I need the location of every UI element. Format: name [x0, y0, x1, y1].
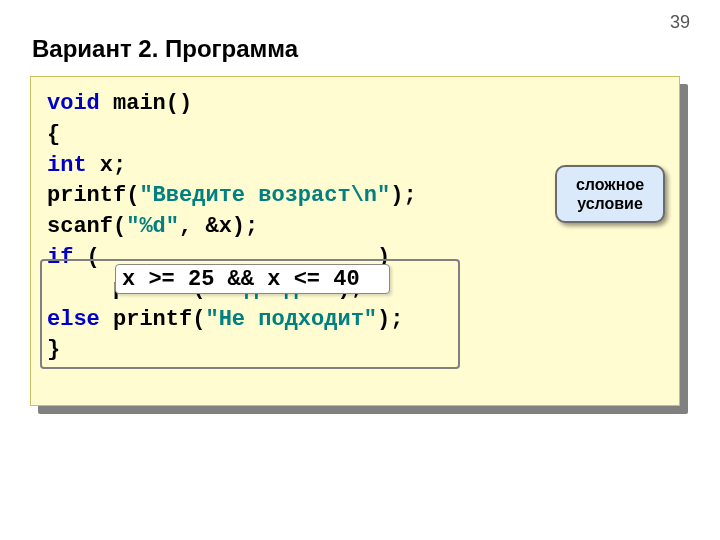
callout-line1: сложное — [576, 176, 644, 193]
str-fmt: "%d" — [126, 214, 179, 239]
kw-int: int — [47, 153, 87, 178]
brace-open: { — [47, 122, 60, 147]
decl-x: x; — [87, 153, 127, 178]
page-number: 39 — [670, 12, 690, 33]
str-prompt: "Введите возраст\n" — [139, 183, 390, 208]
scanf: scanf( — [47, 214, 126, 239]
kw-void: void — [47, 91, 100, 116]
condition-highlight: x >= 25 && x <= 40 — [115, 264, 390, 294]
scanf-end: , &x); — [179, 214, 258, 239]
callout-box: сложное условие — [555, 165, 665, 223]
fn-main: main() — [100, 91, 192, 116]
printf-1: printf( — [47, 183, 139, 208]
callout-line2: условие — [577, 195, 643, 212]
slide-title: Вариант 2. Программа — [32, 35, 298, 63]
printf-1-end: ); — [390, 183, 416, 208]
